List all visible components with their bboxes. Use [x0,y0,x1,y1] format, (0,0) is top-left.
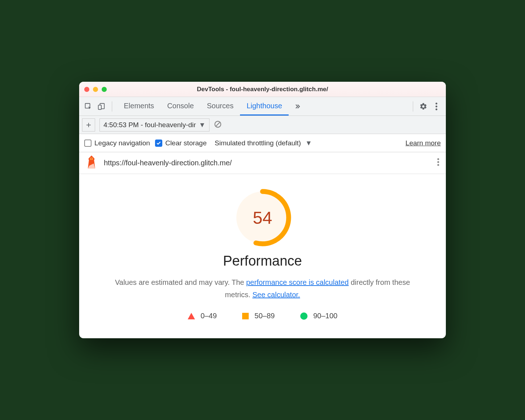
checkbox-checked-icon[interactable] [155,140,162,147]
legend-high: 90–100 [300,312,338,320]
svg-rect-10 [92,158,93,159]
legend-high-label: 90–100 [313,312,338,320]
performance-gauge: 54 [233,189,292,247]
svg-point-12 [438,161,439,163]
circle-icon [300,312,308,320]
report-select-label: 4:50:53 PM - foul-heavenly-dir [103,121,196,129]
report-menu-icon[interactable] [437,158,439,168]
lighthouse-report: 54 Performance Values are estimated and … [79,174,446,338]
clear-storage-option[interactable]: Clear storage [155,139,207,147]
zoom-window-button[interactable] [102,87,107,92]
device-toolbar-icon[interactable] [96,101,107,112]
tab-lighthouse[interactable]: Lighthouse [240,97,289,116]
titlebar: DevTools - foul-heavenly-direction.glitc… [79,82,446,97]
report-select[interactable]: 4:50:53 PM - foul-heavenly-dir ▼ [99,118,209,132]
lighthouse-icon [86,155,97,171]
throttling-label: Simulated throttling (default) [215,139,301,147]
svg-point-3 [436,102,438,104]
devtools-window: DevTools - foul-heavenly-direction.glitc… [79,82,446,338]
svg-rect-15 [242,313,249,319]
svg-line-7 [216,122,220,126]
triangle-icon [188,313,195,319]
window-title: DevTools - foul-heavenly-direction.glitc… [79,86,446,93]
clear-icon[interactable] [214,120,222,130]
lighthouse-options: Legacy navigation Clear storage Simulate… [79,134,446,152]
minimize-window-button[interactable] [93,87,98,92]
separator [413,101,413,112]
performance-title: Performance [90,253,435,269]
svg-point-13 [438,164,439,166]
gear-icon[interactable] [418,101,429,112]
chevron-down-icon: ▼ [305,139,312,147]
legacy-navigation-option[interactable]: Legacy navigation [84,139,150,147]
legend-low-label: 0–49 [201,312,217,320]
report-url: https://foul-heavenly-direction.glitch.m… [104,159,232,167]
svg-point-5 [436,108,438,110]
square-icon [242,313,249,319]
chevron-down-icon: ▼ [199,121,206,129]
svg-point-4 [436,105,438,107]
close-window-button[interactable] [84,87,89,92]
legend-low: 0–49 [188,312,217,320]
score-legend: 0–49 50–89 90–100 [90,312,435,320]
tab-sources[interactable]: Sources [200,97,240,116]
svg-point-11 [438,158,439,160]
kebab-menu-icon[interactable] [431,101,442,112]
separator [112,101,112,112]
svg-rect-9 [91,158,91,159]
tab-console[interactable]: Console [160,97,200,116]
more-tabs-button[interactable] [291,103,304,110]
report-urlbar: https://foul-heavenly-direction.glitch.m… [79,152,446,174]
see-calculator-link[interactable]: See calculator. [252,291,300,299]
score-calc-link[interactable]: performance score is calculated [246,278,349,286]
new-report-button[interactable]: + [82,118,95,132]
svg-rect-2 [98,105,101,109]
inspect-element-icon[interactable] [83,101,94,112]
devtools-tabbar: Elements Console Sources Lighthouse [79,97,446,116]
legacy-navigation-label: Legacy navigation [94,139,150,147]
throttling-select[interactable]: Simulated throttling (default) ▼ [215,139,312,147]
learn-more-link[interactable]: Learn more [406,139,441,147]
checkbox-unchecked-icon[interactable] [84,140,91,147]
svg-point-16 [300,312,308,320]
tab-elements[interactable]: Elements [117,97,160,116]
svg-rect-8 [90,158,93,160]
performance-score: 54 [233,189,292,247]
performance-description: Values are estimated and may vary. The p… [114,276,411,301]
legend-mid-label: 50–89 [255,312,275,320]
clear-storage-label: Clear storage [165,139,207,147]
lighthouse-toolbar: + 4:50:53 PM - foul-heavenly-dir ▼ [79,116,446,134]
panel-tabs: Elements Console Sources Lighthouse [117,97,289,116]
window-controls [84,87,107,92]
legend-mid: 50–89 [242,312,275,320]
